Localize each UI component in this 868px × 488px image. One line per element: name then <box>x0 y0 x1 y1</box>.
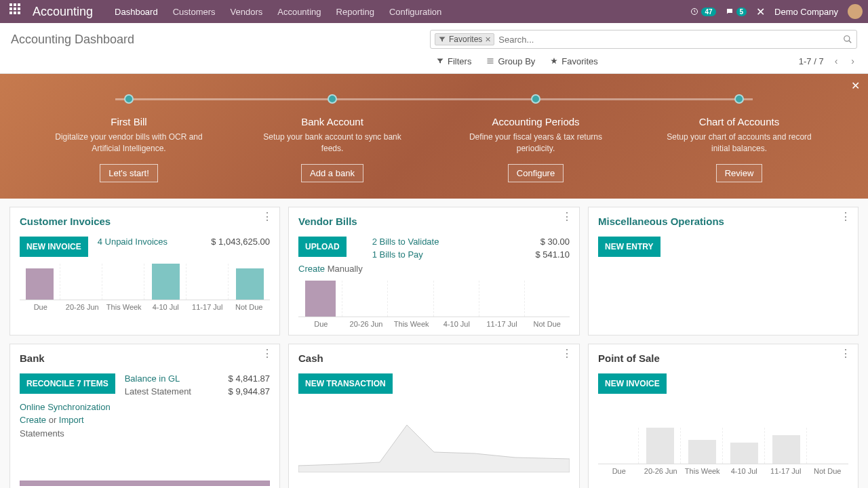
step-title: Bank Account <box>231 116 434 127</box>
nav-reporting[interactable]: Reporting <box>336 7 374 17</box>
apps-icon[interactable] <box>9 3 26 20</box>
groupby-button[interactable]: Group By <box>486 56 535 66</box>
card-customer-invoices: ⋮ Customer Invoices NEW INVOICE 4 Unpaid… <box>9 207 280 336</box>
onboarding-banner: ✕ First Bill Digitalize your vendor bill… <box>0 74 868 199</box>
card-menu-icon[interactable]: ⋮ <box>262 351 273 357</box>
control-bar: Accounting Dashboard Favorites ✕ Filters… <box>0 23 868 74</box>
list-icon <box>486 57 494 65</box>
pager-next[interactable]: › <box>848 56 857 66</box>
step-desc: Digitalize your vendor bills with OCR an… <box>54 131 203 155</box>
step-title: Accounting Periods <box>434 116 637 127</box>
filters-button[interactable]: Filters <box>436 56 471 66</box>
clock-badge[interactable]: 47 <box>690 7 715 16</box>
nav-menu: Dashboard Customers Vendors Accounting R… <box>115 7 441 17</box>
new-transaction-button[interactable]: NEW TRANSACTION <box>298 373 393 394</box>
card-title[interactable]: Cash <box>298 352 570 364</box>
or-text: or <box>49 415 57 425</box>
card-title[interactable]: Point of Sale <box>598 352 848 364</box>
bank-import-link[interactable]: Import <box>59 415 84 425</box>
card-title[interactable]: Bank <box>20 352 270 364</box>
online-sync-link[interactable]: Online Synchronization <box>20 401 115 414</box>
close-tray-icon[interactable]: ✕ <box>756 5 765 18</box>
latest-stmt-label: Latest Statement <box>125 386 191 396</box>
unpaid-invoices-link[interactable]: 4 Unpaid Invoices <box>98 237 167 247</box>
bills-validate-link[interactable]: 2 Bills to Validate <box>372 237 439 247</box>
step-desc: Define your fiscal years & tax returns p… <box>461 131 610 155</box>
step-first-bill: First Bill Digitalize your vendor bills … <box>27 94 231 182</box>
add-bank-button[interactable]: Add a bank <box>301 164 363 182</box>
create-link[interactable]: Create <box>298 264 325 274</box>
search-input[interactable] <box>498 35 843 45</box>
configure-button[interactable]: Configure <box>508 164 564 182</box>
cash-line-chart <box>298 405 570 472</box>
nav-dashboard[interactable]: Dashboard <box>115 7 158 17</box>
card-menu-icon[interactable]: ⋮ <box>840 214 851 220</box>
svg-point-1 <box>844 36 850 41</box>
gl-amt: $ 4,841.87 <box>229 373 270 384</box>
validate-amt: $ 30.00 <box>540 237 570 247</box>
balance-gl-link[interactable]: Balance in GL <box>125 373 180 384</box>
nav-customers[interactable]: Customers <box>173 7 216 17</box>
top-navbar: Accounting Dashboard Customers Vendors A… <box>0 0 868 23</box>
user-avatar[interactable] <box>848 4 863 19</box>
filter-icon <box>438 35 446 43</box>
card-bank: ⋮ Bank RECONCILE 7 ITEMS Online Synchron… <box>9 344 280 488</box>
card-title[interactable]: Vendor Bills <box>298 216 570 227</box>
nav-configuration[interactable]: Configuration <box>389 7 441 17</box>
card-cash: ⋮ Cash NEW TRANSACTION <box>288 344 580 488</box>
messages-badge[interactable]: 5 <box>726 7 747 16</box>
card-vendor-bills: ⋮ Vendor Bills UPLOAD Create Manually 2 … <box>288 207 580 336</box>
step-title: Chart of Accounts <box>637 116 841 127</box>
chip-label: Favorites <box>449 35 482 44</box>
funnel-icon <box>436 57 444 65</box>
bills-pay-link[interactable]: 1 Bills to Pay <box>372 249 423 260</box>
bank-create-link[interactable]: Create <box>20 415 46 425</box>
card-point-of-sale: ⋮ Point of Sale NEW INVOICE Due20-26 Jun… <box>588 344 859 488</box>
card-title[interactable]: Customer Invoices <box>20 216 270 227</box>
search-chip[interactable]: Favorites ✕ <box>435 33 494 45</box>
invoices-chart <box>20 264 270 300</box>
manually-text: Manually <box>328 264 363 274</box>
step-desc: Setup your bank account to sync bank fee… <box>258 131 407 155</box>
favorites-button[interactable]: Favorites <box>550 56 597 66</box>
nav-right: 47 5 ✕ Demo Company <box>690 4 863 19</box>
chart-labels: Due20-26 JunThis Week4-10 Jul11-17 JulNo… <box>598 467 848 475</box>
page-title: Accounting Dashboard <box>11 33 134 47</box>
chart-labels: Due20-26 JunThis Week4-10 Jul11-17 JulNo… <box>20 303 270 311</box>
reconcile-button[interactable]: RECONCILE 7 ITEMS <box>20 373 115 394</box>
lets-start-button[interactable]: Let's start! <box>100 164 158 182</box>
step-chart-accounts: Chart of Accounts Setup your chart of ac… <box>637 94 841 182</box>
new-entry-button[interactable]: NEW ENTRY <box>598 237 660 257</box>
step-bank-account: Bank Account Setup your bank account to … <box>231 94 434 182</box>
pager-text: 1-7 / 7 <box>799 56 824 66</box>
search-icon[interactable] <box>843 35 852 44</box>
chart-labels: Due20-26 JunThis Week4-10 Jul11-17 JulNo… <box>298 320 570 328</box>
card-title[interactable]: Miscellaneous Operations <box>598 216 848 227</box>
new-invoice-button[interactable]: NEW INVOICE <box>20 237 88 257</box>
msg-count: 5 <box>736 7 747 16</box>
review-button[interactable]: Review <box>716 164 763 182</box>
pos-new-invoice-button[interactable]: NEW INVOICE <box>598 373 667 394</box>
pos-chart <box>598 428 848 464</box>
nav-vendors[interactable]: Vendors <box>231 7 263 17</box>
chip-remove-icon[interactable]: ✕ <box>485 35 491 44</box>
statements-text: Statements <box>20 427 115 441</box>
step-title: First Bill <box>27 116 231 127</box>
step-dot-icon <box>328 94 337 104</box>
nav-accounting[interactable]: Accounting <box>277 7 321 17</box>
upload-button[interactable]: UPLOAD <box>298 237 347 257</box>
search-wrap[interactable]: Favorites ✕ <box>430 30 857 49</box>
card-menu-icon[interactable]: ⋮ <box>561 214 572 220</box>
card-misc-operations: ⋮ Miscellaneous Operations NEW ENTRY <box>588 207 859 336</box>
card-menu-icon[interactable]: ⋮ <box>262 214 273 220</box>
unpaid-amount: $ 1,043,625.00 <box>211 237 270 247</box>
pager-prev[interactable]: ‹ <box>832 56 841 66</box>
star-icon <box>550 57 558 65</box>
step-accounting-periods: Accounting Periods Define your fiscal ye… <box>434 94 637 182</box>
svg-rect-4 <box>488 63 494 64</box>
card-menu-icon[interactable]: ⋮ <box>840 351 851 357</box>
step-dot-icon <box>124 94 134 104</box>
banner-close-icon[interactable]: ✕ <box>851 79 860 92</box>
company-name[interactable]: Demo Company <box>774 7 838 17</box>
card-menu-icon[interactable]: ⋮ <box>561 351 572 357</box>
